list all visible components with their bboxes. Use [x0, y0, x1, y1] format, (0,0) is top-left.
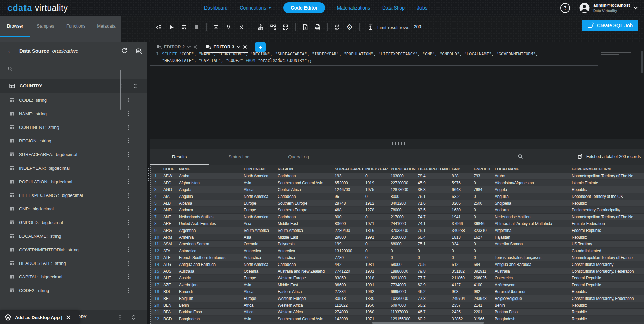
column-header-governmentform[interactable]: GOVERNMENTFORM [569, 165, 644, 173]
kebab-menu-icon[interactable] [126, 192, 132, 198]
create-sql-job-button[interactable]: Create SQL Job [582, 20, 638, 31]
column-item-code2[interactable]: CODE2: string [0, 284, 147, 297]
sidebar-tab-samples[interactable]: Samples [30, 16, 61, 37]
sidebar-resize-handle[interactable] [148, 166, 149, 181]
nav-item-data-shop[interactable]: Data Shop [382, 5, 405, 11]
back-arrow-icon[interactable]: ← [7, 47, 13, 55]
kebab-menu-icon[interactable] [126, 233, 132, 239]
column-item-gnp[interactable]: GNP: bigdecimal [0, 202, 147, 216]
table-row-ATF[interactable]: 13 ATFFrench Southern territories Antarc… [150, 254, 644, 261]
kebab-menu-icon[interactable] [126, 206, 132, 212]
table-row-AFG[interactable]: 2 AFGAfghanistan AsiaSouthern and Centra… [150, 180, 644, 186]
column-header-gnpold[interactable]: GNPOLD [472, 165, 493, 173]
refresh-icon[interactable] [121, 48, 128, 54]
column-header-lifeexpectancy[interactable]: LIFEEXPECTANCY [416, 165, 450, 173]
column-item-headofstate[interactable]: HEADOFSTATE: string [0, 256, 147, 270]
nav-item-jobs[interactable]: Jobs [417, 5, 427, 11]
column-item-region[interactable]: REGION: string [0, 134, 147, 148]
toggle-comment-icon[interactable] [225, 23, 233, 31]
nav-item-materializations[interactable]: Materializations [337, 5, 370, 11]
kebab-menu-icon[interactable] [126, 110, 132, 117]
column-item-localname[interactable]: LOCALNAME: string [0, 229, 147, 243]
database-sync-icon[interactable] [136, 48, 143, 54]
kebab-menu-icon[interactable] [126, 151, 132, 157]
column-header-region[interactable]: REGION [276, 165, 333, 173]
column-header-surfacearea[interactable]: SURFACEAREA [333, 165, 363, 173]
code-editor[interactable]: EDITOR 2 EDITOR 3 + 1 SELECT "CODE", "NA… [150, 42, 644, 139]
sidebar-search[interactable] [7, 66, 147, 73]
results-tab-results[interactable]: Results [150, 149, 209, 165]
column-header-code[interactable]: CODE [161, 165, 177, 173]
column-item-lifeexpectancy[interactable]: LIFEEXPECTANCY: bigdecimal [0, 188, 147, 202]
nav-item-code-editor[interactable]: Code Editor [283, 2, 325, 13]
column-header-gnp[interactable]: GNP [450, 165, 472, 173]
table-row-BDI[interactable]: 18 BDIBurundi AfricaEastern Africa 27834… [150, 288, 644, 295]
table-row-AUT[interactable]: 16 AUTAustria EuropeWestern Europe 83859… [150, 275, 644, 282]
collapse-table-icon[interactable] [132, 83, 138, 89]
editor-scrollbar[interactable] [641, 51, 643, 73]
column-item-surfacearea[interactable]: SURFACEAREA: bigdecimal [0, 148, 147, 161]
new-file-icon[interactable] [301, 23, 309, 31]
column-item-gnpold[interactable]: GNPOLD: bigdecimal [0, 216, 147, 229]
settings-gear-icon[interactable]: ⚙ [346, 23, 354, 31]
column-header-continent[interactable]: CONTINENT [242, 165, 276, 173]
column-item-name[interactable]: NAME: string [0, 107, 147, 120]
nav-item-connections[interactable]: Connections [240, 5, 271, 11]
horizontal-scrollbar[interactable] [372, 322, 484, 324]
sql-code-area[interactable]: 1 SELECT "CODE", "NAME", "CONTINENT", "R… [150, 42, 644, 139]
column-header-localname[interactable]: LOCALNAME [493, 165, 569, 173]
results-search[interactable] [518, 154, 568, 159]
table-row-ASM[interactable]: 11 ASMAmerican Samoa OceaniaPolynesia 19… [150, 241, 644, 248]
table-node-country[interactable]: COUNTRY [0, 79, 147, 93]
kebab-menu-icon[interactable] [126, 219, 132, 225]
kebab-menu-icon[interactable] [126, 246, 132, 253]
run-query-icon[interactable] [167, 23, 176, 31]
table-row-AUS[interactable]: 15 AUSAustralia OceaniaAustralia and New… [150, 268, 644, 275]
results-search-input[interactable] [525, 158, 568, 158]
table-row-BFA[interactable]: 21 BFABurkina Faso AfricaWestern Africa … [150, 309, 644, 316]
kebab-menu-icon[interactable] [126, 178, 132, 185]
table-row-ARM[interactable]: 10 ARMArmenia AsiaMiddle East 298001991 … [150, 234, 644, 241]
run-selection-icon[interactable] [180, 23, 188, 31]
kebab-menu-icon[interactable] [126, 138, 132, 144]
close-icon[interactable] [66, 315, 71, 320]
table-row-ATG[interactable]: 14 ATGAntigua and Barbuda North AmericaC… [150, 261, 644, 268]
app-logo[interactable]: cdata virtuality [7, 3, 68, 13]
data-flow-icon[interactable] [269, 23, 277, 31]
table-row-BEN[interactable]: 20 BENBenin AfricaWestern Africa 1126221… [150, 302, 644, 309]
table-row-AND[interactable]: 6 ANDAndorra EuropeSouthern Europe 46812… [150, 207, 644, 214]
kebab-menu-icon[interactable] [126, 287, 132, 293]
results-drag-gutter[interactable] [150, 165, 151, 324]
clear-editor-icon[interactable] [237, 23, 245, 31]
column-item-population[interactable]: POPULATION: bigdecimal [0, 175, 147, 188]
sidebar-scrollbar[interactable] [120, 70, 121, 110]
table-row-BEL[interactable]: 19 BELBelgium EuropeWestern Europe 30518… [150, 295, 644, 302]
export-csv-icon[interactable]: CSV [314, 23, 322, 31]
table-row-ARE[interactable]: 8 AREUnited Arab Emirates AsiaMiddle Eas… [150, 220, 644, 227]
results-tab-status-log[interactable]: Status Log [209, 149, 269, 165]
query-plan-icon[interactable] [282, 23, 290, 31]
chevron-down-icon[interactable] [633, 6, 638, 10]
kebab-menu-icon[interactable] [126, 260, 132, 266]
sidebar-tab-functions[interactable]: Functions [61, 16, 91, 37]
expand-table-icon[interactable] [131, 314, 137, 320]
column-item-continent[interactable]: CONTINENT: string [0, 120, 147, 134]
nav-item-dashboard[interactable]: Dashboard [204, 5, 228, 11]
column-item-code[interactable]: CODE: string [0, 93, 147, 107]
open-in-new-icon[interactable] [577, 154, 583, 159]
table-row-ATA[interactable]: 12 ATAAntarctica AntarcticaAntarctica 13… [150, 248, 644, 254]
resize-handle[interactable] [392, 142, 406, 145]
table-row-BGD[interactable]: 22 BGDBangladesh AsiaSouthern and Centra… [150, 316, 644, 322]
column-item-capital[interactable]: CAPITAL: bigdecimal [0, 270, 147, 284]
column-header-indepyear[interactable]: INDEPYEAR [363, 165, 389, 173]
column-header-name[interactable]: NAME [177, 165, 242, 173]
results-tab-query-log[interactable]: Query Log [269, 149, 328, 165]
table-row-ARG[interactable]: 9 ARGArgentina South AmericaSouth Americ… [150, 227, 644, 234]
sidebar-tab-metadata[interactable]: Metadata [91, 16, 121, 37]
dependency-tree-icon[interactable] [257, 23, 265, 31]
kebab-menu-icon[interactable] [126, 97, 132, 103]
add-desktop-app-tooltip[interactable]: Add as Desktop App | [0, 311, 79, 324]
table-row-ABW[interactable]: 1 ABWAruba North AmericaCaribbean 1930 1… [150, 173, 644, 180]
table-row-ANT[interactable]: 7 ANTNetherlands Antilles North AmericaC… [150, 214, 644, 220]
table-row-AIA[interactable]: 4 AIAAnguilla North AmericaCaribbean 960… [150, 193, 644, 200]
